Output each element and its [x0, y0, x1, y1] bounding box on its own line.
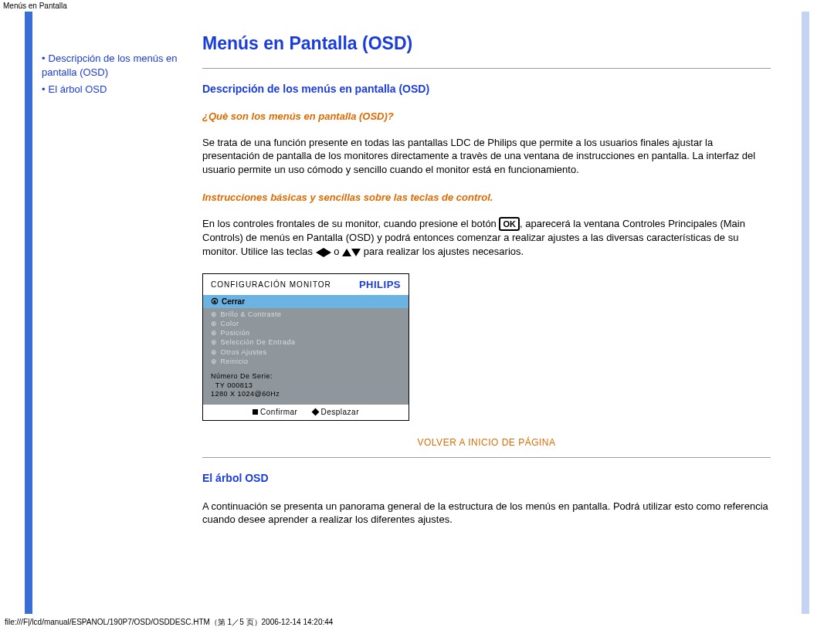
sidebar: •Descripción de los menús en pantalla (O…	[32, 12, 195, 614]
page-title: Menús en Pantalla (OSD)	[202, 33, 771, 54]
bullet-icon: •	[42, 53, 46, 64]
osd-body: ⦿Cerrar ⊕Brillo & Contraste ⊕Color ⊕Posi…	[203, 295, 409, 404]
diamond-icon	[312, 408, 320, 415]
text-span: En los controles frontales de su monitor…	[202, 218, 499, 229]
sidebar-link-tree[interactable]: El árbol OSD	[49, 83, 107, 95]
osd-confirm: Confirmar	[253, 408, 297, 416]
subheading-what: ¿Què son los menús en pantalla (OSD)?	[202, 110, 771, 122]
paragraph-tree: A continuación se presenta un panorama g…	[202, 500, 771, 527]
osd-item: ⊕Color	[211, 319, 401, 328]
osd-item: ⊕Selección De Entrada	[211, 337, 401, 347]
text-span: para realizar los ajustes necesarios.	[364, 246, 524, 257]
paragraph-desc: Se trata de una función presente en toda…	[202, 136, 771, 176]
divider	[202, 68, 771, 69]
up-down-arrows-icon	[342, 247, 361, 257]
bullet-icon: •	[42, 83, 46, 95]
osd-info: Número De Serie: TY 000813 1280 X 1024@6…	[203, 371, 409, 404]
section-heading-desc: Descripción de los menús en pantalla (OS…	[202, 83, 771, 95]
page-header: Menús en Pantalla	[0, 0, 834, 12]
osd-menu-list: ⊕Brillo & Contraste ⊕Color ⊕Posición ⊕Se…	[203, 308, 409, 371]
page-container: •Descripción de los menús en pantalla (O…	[0, 12, 834, 614]
osd-scroll: Desplazar	[313, 408, 359, 416]
main-content: Menús en Pantalla (OSD) Descripción de l…	[195, 12, 802, 614]
osd-resolution: 1280 X 1024@60Hz	[211, 390, 401, 399]
osd-serial-label: Número De Serie:	[211, 372, 401, 381]
osd-active-label: Cerrar	[222, 297, 245, 306]
osd-config-label: CONFIGURACIÓN MONITOR	[211, 280, 331, 289]
ok-button-icon: OK	[499, 217, 520, 231]
footer-path: file:///F|/lcd/manual/ESPANOL/190P7/OSD/…	[0, 614, 834, 631]
divider	[202, 457, 771, 458]
philips-logo: PHILIPS	[359, 279, 401, 290]
osd-item: ⊕Otros Ajustes	[211, 347, 401, 357]
sidebar-item-desc[interactable]: •Descripción de los menús en pantalla (O…	[42, 52, 185, 80]
osd-active-item: ⦿Cerrar	[203, 295, 409, 308]
osd-item: ⊕Brillo & Contraste	[211, 310, 401, 319]
sidebar-item-tree[interactable]: •El árbol OSD	[42, 83, 185, 97]
paragraph-controls: En los controles frontales de su monitor…	[202, 217, 771, 258]
sidebar-link-desc[interactable]: Descripción de los menús en pantalla (OS…	[42, 53, 177, 78]
left-right-arrows-icon	[316, 246, 331, 257]
osd-item: ⊕Reinicio	[211, 357, 401, 366]
back-to-top[interactable]: VOLVER A INICIO DE PÁGINA	[202, 436, 771, 448]
osd-screenshot: CONFIGURACIÓN MONITOR PHILIPS ⦿Cerrar ⊕B…	[202, 273, 409, 421]
subheading-instructions: Instrucciones básicas y sencillas sobre …	[202, 192, 771, 203]
osd-footer: Confirmar Desplazar	[203, 404, 409, 420]
content-frame: •Descripción de los menús en pantalla (O…	[25, 12, 809, 614]
osd-item: ⊕Posición	[211, 328, 401, 337]
section-heading-tree: El árbol OSD	[202, 472, 771, 484]
osd-serial-value: TY 000813	[211, 381, 401, 391]
text-span: o	[334, 246, 342, 257]
back-to-top-link[interactable]: VOLVER A INICIO DE PÁGINA	[418, 437, 556, 448]
square-icon	[253, 409, 258, 415]
osd-header: CONFIGURACIÓN MONITOR PHILIPS	[203, 274, 409, 295]
